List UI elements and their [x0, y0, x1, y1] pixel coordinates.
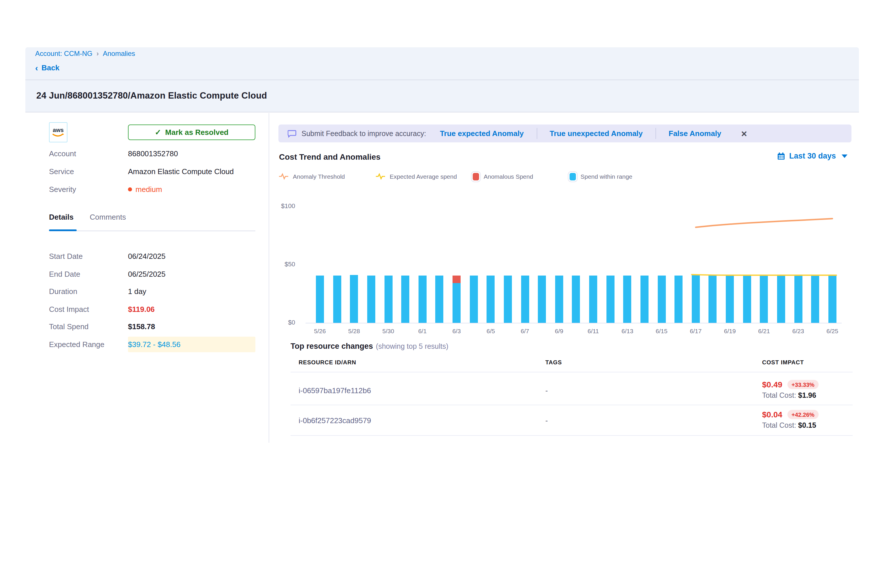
x-tick-label: 6/5	[478, 327, 504, 334]
y-tick-0: $0	[269, 319, 295, 326]
breadcrumb-chevron-icon: ›	[96, 50, 99, 58]
table-divider	[291, 372, 853, 372]
severity-row: Severity medium	[49, 185, 255, 194]
date-range-label: Last 30 days	[789, 152, 836, 160]
x-tick-label: 6/3	[444, 327, 469, 334]
pulse-line-icon	[279, 172, 288, 180]
y-tick-50: $50	[269, 261, 295, 267]
aws-logo-icon: aws	[51, 124, 66, 140]
x-tick-label: 6/1	[410, 327, 435, 334]
x-tick-label: 6/9	[546, 327, 572, 334]
account-value: 868001352780	[128, 149, 178, 158]
x-tick-label: 5/30	[376, 327, 401, 334]
x-tick-label: 5/28	[342, 327, 367, 334]
column-cost-impact: COST IMPACT	[762, 359, 804, 366]
breadcrumb-anomalies-link[interactable]: Anomalies	[103, 50, 135, 58]
legend-label: Anomaly Threshold	[293, 173, 345, 180]
x-tick-label: 6/11	[580, 327, 606, 334]
x-tick-label: 6/21	[752, 327, 777, 334]
duration-row: Duration 1 day	[49, 287, 255, 296]
tab-comments[interactable]: Comments	[90, 213, 126, 221]
resource-tags: -	[545, 416, 548, 425]
tab-details[interactable]: Details	[49, 213, 74, 221]
feedback-bar: Submit Feedback to improve accuracy: Tru…	[278, 124, 852, 142]
x-tick-label: 6/23	[786, 327, 811, 334]
total-spend-value: $158.78	[128, 322, 155, 331]
service-value: Amazon Elastic Compute Cloud	[128, 167, 234, 176]
cost-impact-cell: $0.04 +42.26% Total Cost: $0.15	[762, 410, 819, 429]
x-tick-label: 6/13	[615, 327, 640, 334]
service-row: Service Amazon Elastic Compute Cloud	[49, 167, 255, 176]
severity-label: Severity	[49, 185, 128, 194]
legend-expected-average: Expected Average spend	[376, 172, 473, 180]
x-tick-label: 6/7	[512, 327, 537, 334]
breadcrumb-account-link[interactable]: Account: CCM-NG	[35, 50, 93, 58]
resources-title: Top resource changes	[291, 342, 373, 351]
legend-spend-within-range: Spend within range	[570, 172, 666, 180]
expected-range-value: $39.72 - $48.56	[128, 340, 180, 349]
severity-text: medium	[135, 185, 162, 194]
calendar-icon	[777, 152, 785, 160]
cost-impact-amount: $0.04	[762, 410, 782, 419]
feedback-false-anomaly[interactable]: False Anomaly	[669, 129, 722, 138]
resolve-button-label: Mark as Resolved	[165, 128, 229, 136]
active-tab-indicator	[49, 230, 76, 231]
check-icon: ✓	[155, 128, 161, 136]
service-label: Service	[49, 167, 128, 176]
legend-label: Expected Average spend	[390, 173, 457, 180]
cost-impact-amount: $0.49	[762, 380, 782, 389]
table-divider	[291, 405, 853, 405]
legend-anomalous-spend: Anomalous Spend	[473, 172, 570, 180]
column-tags: TAGS	[545, 359, 562, 366]
total-cost-label: Total Cost:	[762, 422, 796, 429]
blue-square-icon	[570, 172, 576, 180]
feedback-close-icon[interactable]: ✕	[741, 129, 747, 138]
end-date-value: 06/25/2025	[128, 270, 165, 278]
header-band: Account: CCM-NG › Anomalies ‹ Back	[26, 47, 859, 80]
expected-range-row: Expected Range $39.72 - $48.56	[49, 340, 255, 349]
title-band: 24 Jun/868001352780/Amazon Elastic Compu…	[26, 80, 859, 112]
feedback-bubble-icon	[288, 129, 296, 138]
expected-range-label: Expected Range	[49, 340, 128, 349]
resource-id-link[interactable]: i-06597ba197fe112b6	[298, 386, 371, 395]
x-tick-label: 5/26	[307, 327, 333, 334]
total-spend-row: Total Spend $158.78	[49, 322, 255, 331]
legend-label: Anomalous Spend	[484, 173, 533, 180]
cost-impact-percent-badge: +33.33%	[788, 380, 819, 389]
resource-id-link[interactable]: i-0b6f257223cad9579	[298, 416, 371, 425]
chart-legend: Anomaly Threshold Expected Average spend…	[279, 172, 666, 180]
y-tick-100: $100	[269, 202, 295, 209]
date-range-selector[interactable]: Last 30 days	[777, 152, 848, 160]
start-date-label: Start Date	[49, 252, 128, 261]
resource-tags: -	[545, 386, 548, 395]
start-date-value: 06/24/2025	[128, 252, 165, 261]
mark-as-resolved-button[interactable]: ✓ Mark as Resolved	[128, 124, 255, 140]
feedback-divider	[536, 128, 537, 139]
breadcrumb: Account: CCM-NG › Anomalies	[35, 50, 135, 58]
x-tick-label: 6/25	[820, 327, 845, 334]
total-cost-label: Total Cost:	[762, 392, 796, 399]
x-tick-label: 6/15	[649, 327, 674, 334]
cost-trend-chart[interactable]: 5/265/285/306/16/36/56/76/96/116/136/156…	[306, 203, 842, 323]
cost-impact-label: Cost Impact	[49, 305, 128, 314]
chart-lines-overlay	[306, 203, 842, 323]
cost-impact-cell: $0.49 +33.33% Total Cost: $1.96	[762, 380, 819, 399]
table-divider	[291, 435, 853, 436]
severity-dot-icon	[128, 188, 132, 191]
start-date-row: Start Date 06/24/2025	[49, 252, 255, 261]
cost-impact-value: $119.06	[128, 305, 155, 314]
feedback-true-expected[interactable]: True expected Anomaly	[440, 129, 524, 138]
back-chevron-icon: ‹	[35, 63, 38, 72]
chart-title: Cost Trend and Anomalies	[279, 152, 381, 161]
tab-divider	[49, 231, 255, 231]
total-cost-value: $1.96	[798, 392, 816, 399]
anomaly-threshold-line	[696, 219, 832, 227]
column-resource-id: RESOURCE ID/ARN	[298, 359, 356, 366]
feedback-prompt: Submit Feedback to improve accuracy:	[302, 129, 426, 138]
duration-value: 1 day	[128, 287, 146, 296]
feedback-true-unexpected[interactable]: True unexpected Anomaly	[550, 129, 643, 138]
x-tick-label: 6/17	[683, 327, 708, 334]
feedback-divider	[656, 128, 656, 139]
cost-impact-percent-badge: +42.26%	[788, 410, 819, 419]
back-button[interactable]: ‹ Back	[35, 63, 59, 72]
